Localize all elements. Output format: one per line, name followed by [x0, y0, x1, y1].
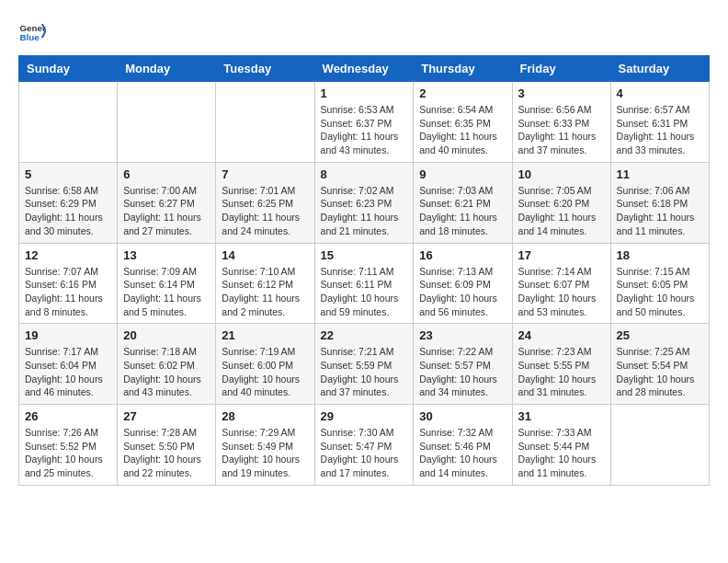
day-cell: 19Sunrise: 7:17 AMSunset: 6:04 PMDayligh… — [19, 324, 118, 405]
day-info: Sunrise: 7:22 AMSunset: 5:57 PMDaylight:… — [419, 345, 506, 399]
day-cell: 27Sunrise: 7:28 AMSunset: 5:50 PMDayligh… — [118, 405, 216, 486]
day-cell: 13Sunrise: 7:09 AMSunset: 6:14 PMDayligh… — [118, 243, 216, 324]
day-number: 1 — [321, 86, 408, 100]
day-number: 20 — [123, 328, 210, 342]
day-info: Sunrise: 7:00 AMSunset: 6:27 PMDaylight:… — [123, 184, 210, 238]
day-info: Sunrise: 7:01 AMSunset: 6:25 PMDaylight:… — [222, 184, 308, 238]
day-cell — [118, 82, 216, 163]
day-number: 29 — [321, 409, 408, 423]
day-info: Sunrise: 7:18 AMSunset: 6:02 PMDaylight:… — [123, 345, 210, 399]
day-cell: 10Sunrise: 7:05 AMSunset: 6:20 PMDayligh… — [512, 162, 610, 243]
day-number: 23 — [419, 328, 506, 342]
day-number: 14 — [222, 248, 308, 262]
day-number: 12 — [25, 248, 111, 262]
weekday-header-monday: Monday — [118, 56, 216, 82]
day-number: 15 — [321, 248, 408, 262]
day-cell: 17Sunrise: 7:14 AMSunset: 6:07 PMDayligh… — [512, 243, 610, 324]
day-info: Sunrise: 7:11 AMSunset: 6:11 PMDaylight:… — [321, 265, 408, 319]
logo: General Blue — [18, 18, 50, 46]
day-number: 2 — [419, 86, 506, 100]
weekday-header-tuesday: Tuesday — [216, 56, 314, 82]
day-cell: 21Sunrise: 7:19 AMSunset: 6:00 PMDayligh… — [216, 324, 314, 405]
day-cell: 14Sunrise: 7:10 AMSunset: 6:12 PMDayligh… — [216, 243, 314, 324]
day-info: Sunrise: 7:05 AMSunset: 6:20 PMDaylight:… — [518, 184, 605, 238]
day-info: Sunrise: 7:28 AMSunset: 5:50 PMDaylight:… — [123, 426, 210, 480]
day-number: 25 — [617, 328, 703, 342]
day-info: Sunrise: 7:06 AMSunset: 6:18 PMDaylight:… — [617, 184, 703, 238]
weekday-header-row: SundayMondayTuesdayWednesdayThursdayFrid… — [19, 56, 710, 82]
day-cell: 31Sunrise: 7:33 AMSunset: 5:44 PMDayligh… — [512, 405, 610, 486]
calendar-table: SundayMondayTuesdayWednesdayThursdayFrid… — [18, 55, 710, 486]
weekday-header-friday: Friday — [512, 56, 610, 82]
day-number: 21 — [222, 328, 308, 342]
day-info: Sunrise: 7:02 AMSunset: 6:23 PMDaylight:… — [321, 184, 408, 238]
day-number: 11 — [617, 167, 703, 181]
weekday-header-thursday: Thursday — [414, 56, 512, 82]
weekday-header-wednesday: Wednesday — [314, 56, 414, 82]
day-info: Sunrise: 7:17 AMSunset: 6:04 PMDaylight:… — [25, 345, 111, 399]
day-info: Sunrise: 6:58 AMSunset: 6:29 PMDaylight:… — [25, 184, 111, 238]
day-cell: 1Sunrise: 6:53 AMSunset: 6:37 PMDaylight… — [314, 82, 414, 163]
day-cell: 16Sunrise: 7:13 AMSunset: 6:09 PMDayligh… — [414, 243, 512, 324]
day-cell: 6Sunrise: 7:00 AMSunset: 6:27 PMDaylight… — [118, 162, 216, 243]
day-cell: 29Sunrise: 7:30 AMSunset: 5:47 PMDayligh… — [314, 405, 414, 486]
day-cell: 5Sunrise: 6:58 AMSunset: 6:29 PMDaylight… — [19, 162, 118, 243]
day-info: Sunrise: 7:33 AMSunset: 5:44 PMDaylight:… — [518, 426, 605, 480]
day-info: Sunrise: 7:03 AMSunset: 6:21 PMDaylight:… — [419, 184, 506, 238]
day-number: 8 — [321, 167, 408, 181]
week-row-4: 19Sunrise: 7:17 AMSunset: 6:04 PMDayligh… — [19, 324, 710, 405]
day-number: 17 — [518, 248, 605, 262]
weekday-header-saturday: Saturday — [610, 56, 709, 82]
day-number: 10 — [518, 167, 605, 181]
day-number: 26 — [25, 409, 111, 423]
logo-icon: General Blue — [18, 18, 46, 46]
day-number: 6 — [123, 167, 210, 181]
day-cell: 3Sunrise: 6:56 AMSunset: 6:33 PMDaylight… — [512, 82, 610, 163]
day-number: 9 — [419, 167, 506, 181]
day-number: 27 — [123, 409, 210, 423]
page-header: General Blue — [18, 18, 710, 46]
day-cell: 2Sunrise: 6:54 AMSunset: 6:35 PMDaylight… — [414, 82, 512, 163]
day-cell: 15Sunrise: 7:11 AMSunset: 6:11 PMDayligh… — [314, 243, 414, 324]
week-row-3: 12Sunrise: 7:07 AMSunset: 6:16 PMDayligh… — [19, 243, 710, 324]
day-number: 5 — [25, 167, 111, 181]
day-cell: 9Sunrise: 7:03 AMSunset: 6:21 PMDaylight… — [414, 162, 512, 243]
week-row-5: 26Sunrise: 7:26 AMSunset: 5:52 PMDayligh… — [19, 405, 710, 486]
day-cell — [19, 82, 118, 163]
day-number: 28 — [222, 409, 308, 423]
day-info: Sunrise: 7:19 AMSunset: 6:00 PMDaylight:… — [222, 345, 308, 399]
day-cell: 23Sunrise: 7:22 AMSunset: 5:57 PMDayligh… — [414, 324, 512, 405]
day-info: Sunrise: 7:25 AMSunset: 5:54 PMDaylight:… — [617, 345, 703, 399]
day-cell: 18Sunrise: 7:15 AMSunset: 6:05 PMDayligh… — [610, 243, 709, 324]
day-number: 24 — [518, 328, 605, 342]
day-number: 16 — [419, 248, 506, 262]
day-number: 18 — [617, 248, 703, 262]
week-row-2: 5Sunrise: 6:58 AMSunset: 6:29 PMDaylight… — [19, 162, 710, 243]
day-info: Sunrise: 7:10 AMSunset: 6:12 PMDaylight:… — [222, 265, 308, 319]
day-number: 7 — [222, 167, 308, 181]
day-cell: 4Sunrise: 6:57 AMSunset: 6:31 PMDaylight… — [610, 82, 709, 163]
day-info: Sunrise: 6:57 AMSunset: 6:31 PMDaylight:… — [617, 103, 703, 157]
day-info: Sunrise: 7:09 AMSunset: 6:14 PMDaylight:… — [123, 265, 210, 319]
day-info: Sunrise: 6:54 AMSunset: 6:35 PMDaylight:… — [419, 103, 506, 157]
day-info: Sunrise: 7:21 AMSunset: 5:59 PMDaylight:… — [321, 345, 408, 399]
day-cell: 12Sunrise: 7:07 AMSunset: 6:16 PMDayligh… — [19, 243, 118, 324]
day-info: Sunrise: 7:26 AMSunset: 5:52 PMDaylight:… — [25, 426, 111, 480]
day-info: Sunrise: 7:07 AMSunset: 6:16 PMDaylight:… — [25, 265, 111, 319]
day-number: 30 — [419, 409, 506, 423]
day-cell: 11Sunrise: 7:06 AMSunset: 6:18 PMDayligh… — [610, 162, 709, 243]
weekday-header-sunday: Sunday — [19, 56, 118, 82]
day-info: Sunrise: 7:23 AMSunset: 5:55 PMDaylight:… — [518, 345, 605, 399]
day-info: Sunrise: 6:56 AMSunset: 6:33 PMDaylight:… — [518, 103, 605, 157]
svg-text:Blue: Blue — [20, 32, 40, 42]
day-info: Sunrise: 7:14 AMSunset: 6:07 PMDaylight:… — [518, 265, 605, 319]
day-info: Sunrise: 7:32 AMSunset: 5:46 PMDaylight:… — [419, 426, 506, 480]
day-cell: 22Sunrise: 7:21 AMSunset: 5:59 PMDayligh… — [314, 324, 414, 405]
day-cell: 28Sunrise: 7:29 AMSunset: 5:49 PMDayligh… — [216, 405, 314, 486]
day-cell — [216, 82, 314, 163]
day-number: 31 — [518, 409, 605, 423]
day-number: 19 — [25, 328, 111, 342]
day-cell: 20Sunrise: 7:18 AMSunset: 6:02 PMDayligh… — [118, 324, 216, 405]
day-cell: 24Sunrise: 7:23 AMSunset: 5:55 PMDayligh… — [512, 324, 610, 405]
day-cell: 7Sunrise: 7:01 AMSunset: 6:25 PMDaylight… — [216, 162, 314, 243]
